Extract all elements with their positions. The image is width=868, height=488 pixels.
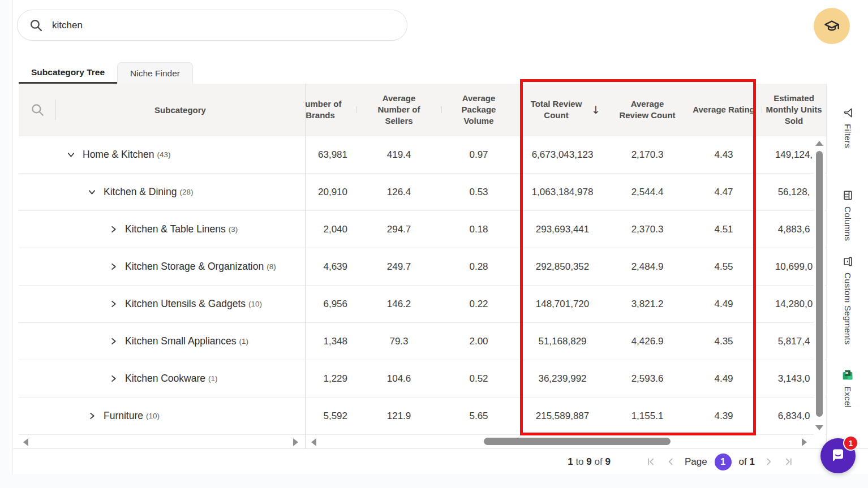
metrics-row-kitchen-small-appliances: 1,34879.32.0051,168,8294,426.94.355,817,… bbox=[306, 323, 826, 360]
page-label: Page bbox=[685, 456, 707, 468]
metrics-row-furniture: 5,592121.95.65215,589,8871,155.14.396,83… bbox=[306, 398, 826, 435]
first-page-button[interactable] bbox=[645, 456, 658, 468]
metrics-row-kitchen-cookware: 1,229104.60.5236,239,9922,593.64.493,143… bbox=[306, 360, 826, 398]
last-page-button[interactable] bbox=[782, 456, 794, 468]
scroll-right-icon[interactable] bbox=[802, 438, 807, 446]
cell-total-review-count: 293,693,441 bbox=[516, 211, 609, 248]
metrics-hscrollbar[interactable] bbox=[306, 435, 826, 448]
cell-total-review-count: 36,239,992 bbox=[516, 360, 609, 397]
page-of-label: of bbox=[739, 456, 747, 467]
tree-row-kitchen-cookware[interactable]: Kitchen Cookware(1) bbox=[19, 360, 305, 398]
cell-average-review-count: 2,593.6 bbox=[609, 360, 686, 397]
cell-average-rating: 4.35 bbox=[686, 323, 762, 360]
cell-average-number-of-sellers: 104.6 bbox=[356, 360, 441, 397]
subcategory-name: Kitchen & Table Linens bbox=[125, 223, 226, 235]
tree-row-kitchen-utensils-gadgets[interactable]: Kitchen Utensils & Gadgets(10) bbox=[19, 286, 305, 323]
subcategory-name: Home & Kitchen bbox=[83, 149, 154, 161]
column-header-total-review-count[interactable]: Total Review Count↓ bbox=[516, 98, 609, 122]
chevron-down-icon[interactable] bbox=[85, 185, 98, 199]
sidebar-item-custom-segments[interactable]: Custom Segments bbox=[827, 256, 868, 345]
cell-total-review-count: 148,701,720 bbox=[516, 286, 609, 322]
metrics-row-kitchen-storage-organization: 4,639249.70.28292,850,3522,484.94.5510,6… bbox=[306, 248, 826, 286]
cell-total-review-count: 1,063,184,978 bbox=[516, 174, 609, 210]
cell-average-review-count: 4,426.9 bbox=[609, 323, 686, 360]
chevron-right-icon[interactable] bbox=[106, 335, 120, 348]
tree-row-kitchen-table-linens[interactable]: Kitchen & Table Linens(3) bbox=[19, 211, 305, 248]
cell-average-rating: 4.49 bbox=[686, 360, 762, 397]
cell-average-review-count: 1,155.1 bbox=[609, 398, 686, 434]
sidebar-item-excel[interactable]: x Excel bbox=[827, 369, 868, 408]
column-header-average-rating[interactable]: Average Rating bbox=[686, 104, 762, 115]
sidebar-item-columns[interactable]: Columns bbox=[827, 190, 868, 241]
cell-average-package-volume: 0.97 bbox=[441, 136, 516, 173]
chevron-right-icon[interactable] bbox=[106, 223, 120, 236]
cell-average-rating: 4.39 bbox=[686, 398, 762, 434]
sidebar-item-filters[interactable]: Filters bbox=[827, 107, 868, 148]
chevron-right-icon[interactable] bbox=[85, 409, 98, 423]
tree-rows: Home & Kitchen(43)Kitchen & Dining(28)Ki… bbox=[19, 136, 305, 435]
cell-average-number-of-sellers: 249.7 bbox=[356, 248, 441, 285]
chat-launcher-button[interactable]: 1 bbox=[820, 438, 856, 473]
of-label: of bbox=[595, 456, 603, 467]
cell-number-of-brands: 4,639 bbox=[306, 248, 356, 285]
metrics-vscrollbar[interactable] bbox=[814, 136, 825, 435]
prev-page-button[interactable] bbox=[665, 456, 677, 468]
scroll-left-icon[interactable] bbox=[23, 438, 28, 446]
subcategory-count: (1) bbox=[208, 374, 218, 383]
cell-average-number-of-sellers: 294.7 bbox=[356, 211, 441, 248]
scroll-right-icon[interactable] bbox=[293, 438, 298, 446]
column-header-number-of-brands[interactable]: Number of Brands bbox=[306, 98, 356, 122]
column-header-average-number-of-sellers[interactable]: Average Number of Sellers bbox=[356, 93, 441, 127]
cell-average-number-of-sellers: 121.9 bbox=[356, 398, 441, 434]
column-header-average-review-count[interactable]: Average Review Count bbox=[609, 98, 686, 122]
tree-row-home-kitchen[interactable]: Home & Kitchen(43) bbox=[19, 136, 305, 174]
next-page-button[interactable] bbox=[762, 456, 775, 468]
left-pane-hscrollbar[interactable] bbox=[19, 435, 305, 448]
cell-number-of-brands: 1,348 bbox=[306, 323, 356, 360]
vscroll-thumb[interactable] bbox=[816, 151, 823, 417]
tab-niche-finder[interactable]: Niche Finder bbox=[117, 62, 193, 84]
tree-row-furniture[interactable]: Furniture(10) bbox=[19, 398, 305, 435]
column-header-estimated-monthly-units-sold[interactable]: Estimated Monthly Units Sold bbox=[762, 93, 826, 127]
search-input[interactable] bbox=[52, 20, 369, 31]
view-tabs: Subcategory Tree Niche Finder bbox=[19, 62, 193, 84]
search-bar[interactable] bbox=[17, 10, 407, 41]
chevron-right-icon[interactable] bbox=[106, 372, 120, 386]
row-range: 1 to 9 of 9 bbox=[568, 456, 611, 468]
scroll-down-icon[interactable] bbox=[815, 425, 823, 430]
chevron-down-icon[interactable] bbox=[64, 148, 78, 162]
graduation-cap-icon bbox=[822, 16, 841, 36]
hscroll-thumb[interactable] bbox=[484, 438, 671, 445]
metrics-rows: 63,981419.40.976,673,043,1232,170.34.431… bbox=[306, 136, 826, 435]
subcategory-count: (28) bbox=[179, 188, 193, 196]
cell-average-package-volume: 0.28 bbox=[441, 248, 516, 285]
cell-average-review-count: 2,370.3 bbox=[609, 211, 686, 248]
column-search-icon[interactable] bbox=[30, 102, 45, 117]
sort-desc-icon: ↓ bbox=[591, 103, 600, 116]
tree-row-kitchen-dining[interactable]: Kitchen & Dining(28) bbox=[19, 174, 305, 211]
cell-average-rating: 4.51 bbox=[686, 211, 762, 248]
column-header-label: Average Rating bbox=[693, 104, 754, 115]
cell-number-of-brands: 2,040 bbox=[306, 211, 356, 248]
excel-icon: x bbox=[842, 369, 853, 381]
scroll-up-icon[interactable] bbox=[815, 141, 823, 146]
to-label: to bbox=[575, 456, 583, 467]
cell-average-review-count: 2,170.3 bbox=[609, 136, 686, 173]
scroll-left-icon[interactable] bbox=[311, 438, 316, 446]
chevron-right-icon[interactable] bbox=[106, 260, 120, 274]
cell-number-of-brands: 63,981 bbox=[306, 136, 356, 173]
cell-average-package-volume: 0.53 bbox=[441, 174, 516, 210]
sidebar-item-label: Columns bbox=[843, 206, 853, 241]
current-page-indicator: 1 bbox=[715, 454, 732, 470]
academy-avatar-button[interactable] bbox=[814, 8, 850, 44]
tree-row-kitchen-storage-organization[interactable]: Kitchen Storage & Organization(8) bbox=[19, 248, 305, 286]
rows-from: 1 bbox=[568, 456, 573, 467]
sidebar-item-label: Excel bbox=[843, 386, 853, 408]
cell-average-review-count: 3,821.2 bbox=[609, 286, 686, 322]
cell-average-number-of-sellers: 419.4 bbox=[356, 136, 441, 173]
tab-subcategory-tree[interactable]: Subcategory Tree bbox=[19, 62, 117, 84]
chevron-right-icon[interactable] bbox=[106, 297, 120, 311]
column-header-average-package-volume[interactable]: Average Package Volume bbox=[441, 93, 516, 127]
tree-row-kitchen-small-appliances[interactable]: Kitchen Small Appliances(1) bbox=[19, 323, 305, 360]
sidebar-item-label: Filters bbox=[843, 124, 853, 148]
